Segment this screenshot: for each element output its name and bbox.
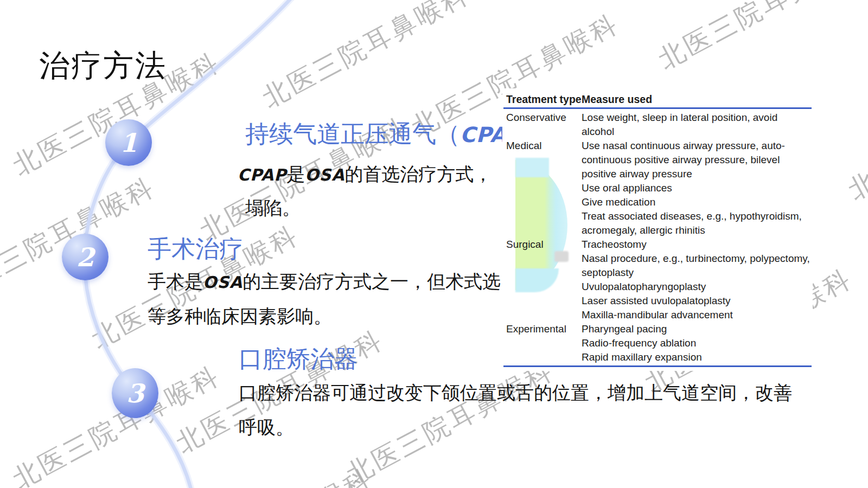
table-row: Nasal procedure, e.g., turbinectomy, pol…	[502, 252, 813, 280]
table-header-treatment-type: Treatment type	[502, 93, 582, 106]
table-row: ExperimentalPharyngeal pacing	[502, 322, 813, 336]
chinese-text-part: 是	[286, 164, 305, 184]
table-row: Give medication	[502, 195, 813, 209]
cell-treatment-type: Conservative	[502, 111, 582, 139]
section3-heading-oral-appliance: 口腔矫治器	[239, 343, 358, 375]
chinese-text-part: 的首选治疗方式，	[344, 164, 492, 184]
chinese-text-part: 塌陷。	[245, 198, 301, 218]
cell-measure-used: Tracheostomy	[582, 237, 813, 252]
cell-treatment-type	[502, 350, 582, 364]
section1-body-line2: 塌陷。	[245, 196, 301, 221]
watermark-text: 北医三院耳鼻喉科	[341, 353, 560, 488]
table-body: ConservativeLose weight, sleep in latera…	[502, 109, 813, 364]
cell-treatment-type	[502, 195, 582, 209]
section1-heading-cpap: 持续气道正压通气（CPAP	[245, 118, 523, 150]
cell-measure-used: Rapid maxillary expansion	[582, 350, 813, 364]
cell-measure-used: Treat associated diseases, e.g., hypothy…	[582, 209, 813, 237]
cell-measure-used: Laser assisted uvulopalatoplasty	[582, 294, 813, 308]
section3-body-line1: 口腔矫治器可通过改变下颌位置或舌的位置，增加上气道空间，改善	[239, 381, 792, 406]
table-row: Maxilla-mandibular advancement	[502, 308, 813, 322]
cell-measure-used: Use nasal continuous airway pressure, au…	[582, 139, 813, 181]
cell-treatment-type	[502, 252, 582, 280]
chinese-text-part: 呼吸。	[239, 418, 294, 438]
treatment-table-image: Treatment type Measure used Conservative…	[502, 88, 813, 371]
cell-treatment-type	[502, 280, 582, 294]
section2-heading-surgery: 手术治疗	[148, 233, 243, 265]
table-row: Laser assisted uvulopalatoplasty	[502, 294, 813, 308]
chinese-text-part: 手术治疗	[148, 236, 243, 262]
cell-treatment-type: Medical	[502, 139, 582, 181]
cell-measure-used: Uvulopalatopharyngoplasty	[582, 280, 813, 294]
table-row: Uvulopalatopharyngoplasty	[502, 280, 813, 294]
watermark-text: 北医三院耳鼻喉科	[843, 69, 868, 208]
cell-treatment-type	[502, 336, 582, 350]
chinese-text-part: 手术是	[148, 272, 203, 292]
latin-text-part: OSA	[305, 165, 344, 184]
cell-measure-used: Use oral appliances	[582, 181, 813, 195]
step-number: 3	[126, 378, 144, 408]
step-badge-3: 3	[112, 368, 158, 418]
cell-measure-used: Pharyngeal pacing	[582, 322, 813, 336]
chinese-text-part: 的主要治疗方式之一，但术式选	[242, 272, 501, 292]
section3-body-line2: 呼吸。	[239, 415, 294, 440]
table-row: MedicalUse nasal continuous airway press…	[502, 139, 813, 181]
chinese-text-part: 等多种临床因素影响。	[148, 306, 332, 326]
cell-measure-used: Lose weight, sleep in lateral position, …	[582, 111, 813, 139]
chinese-text-part: 口腔矫治器可通过改变下颌位置或舌的位置，增加上气道空间，改善	[239, 383, 792, 403]
cell-measure-used: Give medication	[582, 195, 813, 209]
table-row: Rapid maxillary expansion	[502, 350, 813, 364]
chinese-text-part: 持续气道正压通气（	[245, 121, 460, 147]
watermark-text: 北医三院耳鼻喉科	[653, 0, 868, 77]
cell-measure-used: Maxilla-mandibular advancement	[582, 308, 813, 322]
table-row: ConservativeLose weight, sleep in latera…	[502, 111, 813, 139]
cell-measure-used: Nasal procedure, e.g., turbinectomy, pol…	[582, 252, 813, 280]
table-header-row: Treatment type Measure used	[502, 88, 813, 106]
step-badge-2: 2	[62, 234, 108, 280]
latin-text-part: OSA	[203, 273, 242, 292]
step-number: 1	[120, 128, 138, 158]
chinese-text-part: 口腔矫治器	[239, 346, 358, 373]
cell-treatment-type	[502, 181, 582, 195]
latin-text-part: CPAP	[238, 165, 286, 184]
cell-treatment-type: Experimental	[502, 322, 582, 336]
table-header-measure-used: Measure used	[582, 93, 813, 106]
slide-title: 治疗方法	[39, 46, 167, 87]
table-row: Use oral appliances	[502, 181, 813, 195]
step-number: 2	[76, 242, 94, 272]
step-badge-1: 1	[105, 119, 152, 166]
cell-measure-used: Radio-frequency ablation	[582, 336, 813, 350]
table-row: SurgicalTracheostomy	[502, 237, 813, 252]
section2-body-line2: 等多种临床因素影响。	[148, 304, 332, 329]
section2-body-line1: 手术是OSA的主要治疗方式之一，但术式选	[148, 269, 501, 294]
cell-treatment-type	[502, 209, 582, 237]
cell-treatment-type: Surgical	[502, 237, 582, 252]
section1-body-line1: CPAP是OSA的首选治疗方式，	[238, 162, 492, 187]
table-footnote: OSA: Obstructive sleep apnea	[502, 367, 813, 371]
table-row: Treat associated diseases, e.g., hypothy…	[502, 209, 813, 237]
cell-treatment-type	[502, 294, 582, 308]
table-row: Radio-frequency ablation	[502, 336, 813, 350]
cell-treatment-type	[502, 308, 582, 322]
